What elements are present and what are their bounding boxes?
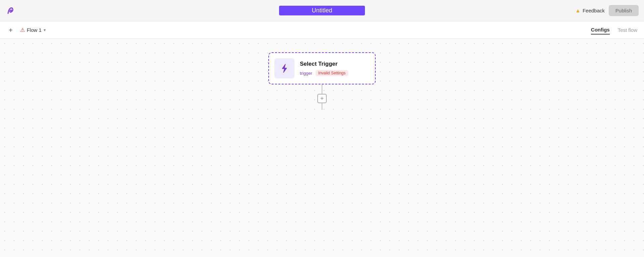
flow-canvas: Select Trigger trigger Invalid Settings … <box>0 39 644 257</box>
chevron-down-icon: ▾ <box>44 27 46 33</box>
feedback-icon: ▲ <box>575 8 581 14</box>
node-type-label: trigger <box>300 71 312 76</box>
toolbar-right: Configs Test flow <box>591 25 637 35</box>
node-info: Select Trigger trigger Invalid Settings <box>300 61 370 76</box>
app-logo-icon <box>5 5 16 16</box>
publish-button[interactable]: Publish <box>609 5 639 16</box>
header-actions: ▲ Feedback Publish <box>575 5 639 16</box>
toolbar-left: + ⚠ Flow 1 ▾ <box>7 25 49 35</box>
configs-button[interactable]: Configs <box>591 25 610 35</box>
header: ▲ Feedback Publish <box>0 0 644 21</box>
flow-error-icon: ⚠ <box>20 27 25 33</box>
feedback-label: Feedback <box>583 8 605 13</box>
node-title: Select Trigger <box>300 61 370 67</box>
add-step-button[interactable]: + <box>317 94 327 103</box>
trigger-node-icon <box>279 63 290 74</box>
node-meta: trigger Invalid Settings <box>300 70 370 76</box>
node-icon-background <box>274 58 294 78</box>
feedback-button[interactable]: ▲ Feedback <box>575 8 605 14</box>
invalid-settings-badge: Invalid Settings <box>316 70 348 76</box>
trigger-node[interactable]: Select Trigger trigger Invalid Settings <box>268 52 376 84</box>
title-input[interactable] <box>279 6 365 15</box>
toolbar: + ⚠ Flow 1 ▾ Configs Test flow <box>0 21 644 39</box>
flow-name-label: Flow 1 <box>27 27 42 33</box>
flow-tab[interactable]: ⚠ Flow 1 ▾ <box>17 25 49 35</box>
test-flow-button[interactable]: Test flow <box>618 27 637 33</box>
logo <box>5 5 16 16</box>
connector-line-top <box>322 84 322 94</box>
add-flow-button[interactable]: + <box>7 25 15 35</box>
title-area <box>279 6 365 15</box>
node-connector: + <box>317 84 327 110</box>
connector-line-bottom <box>322 103 322 110</box>
